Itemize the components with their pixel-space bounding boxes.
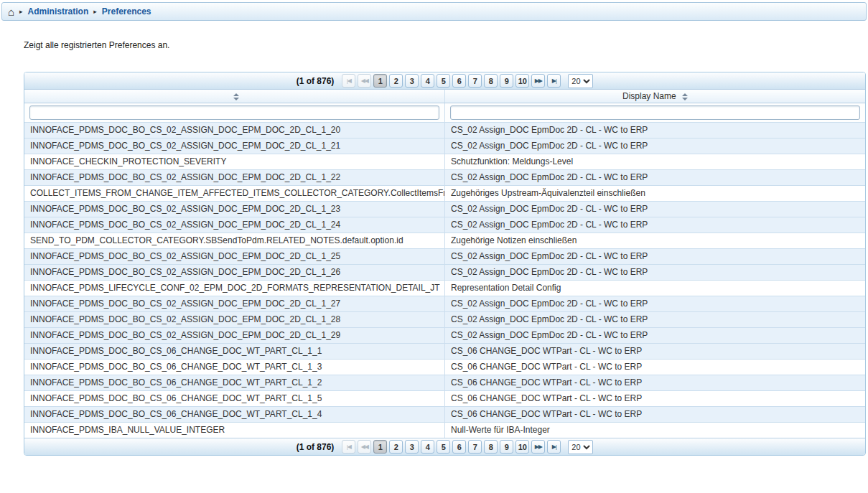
page-button-7[interactable]: 7 (468, 74, 482, 88)
paginator-status: (1 of 876) (297, 76, 335, 86)
filter-row (24, 103, 865, 122)
pref-display-name-cell: CS_02 Assign_DOC EpmDoc 2D - CL - WC to … (445, 296, 866, 311)
table-row[interactable]: INNOFACE_PDMS_DOC_BO_CS_06_CHANGE_DOC_WT… (24, 390, 865, 406)
next-page-button[interactable]: ▶▶ (531, 440, 545, 454)
table-row[interactable]: INNOFACE_PDMS_DOC_BO_CS_02_ASSIGN_DOC_EP… (24, 248, 865, 264)
pref-display-name-cell: CS_02 Assign_DOC EpmDoc 2D - CL - WC to … (445, 122, 866, 138)
paginator-status: (1 of 876) (297, 442, 335, 452)
pref-display-name-cell: CS_06 CHANGE_DOC WTPart - CL - WC to ERP (445, 375, 866, 390)
pref-display-name-cell: Representation Detail Config (445, 280, 866, 296)
table-row[interactable]: INNOFACE_PDMS_DOC_BO_CS_02_ASSIGN_DOC_EP… (24, 217, 865, 233)
table-row[interactable]: INNOFACE_PDMS_DOC_BO_CS_06_CHANGE_DOC_WT… (24, 359, 865, 375)
column-header-name[interactable] (24, 90, 445, 103)
last-page-button[interactable]: ▶| (547, 440, 561, 454)
page-button-10[interactable]: 10 (515, 440, 529, 454)
table-row[interactable]: INNOFACE_PDMS_DOC_BO_CS_02_ASSIGN_DOC_EP… (24, 122, 865, 138)
pref-name-cell: INNOFACE_PDMS_DOC_BO_CS_02_ASSIGN_DOC_EP… (24, 122, 445, 138)
page-description: Zeigt alle registrierten Preferences an. (24, 40, 868, 50)
breadcrumb-item-preferences[interactable]: Preferences (102, 6, 151, 17)
previous-page-button[interactable]: ◀◀ (358, 440, 371, 454)
page-button-2[interactable]: 2 (389, 74, 403, 88)
page-button-3[interactable]: 3 (405, 74, 419, 88)
page-button-2[interactable]: 2 (389, 440, 403, 454)
breadcrumb-separator-icon: ▸ (19, 9, 23, 15)
pref-name-cell: INNOFACE_PDMS_DOC_BO_CS_06_CHANGE_DOC_WT… (24, 390, 445, 406)
pref-display-name-cell: CS_06 CHANGE_DOC WTPart - CL - WC to ERP (445, 343, 866, 359)
pref-name-cell: INNOFACE_PDMS_DOC_BO_CS_02_ASSIGN_DOC_EP… (24, 217, 445, 233)
first-page-button[interactable]: |◀ (342, 440, 355, 454)
pref-name-cell: INNOFACE_PDMS_DOC_BO_CS_06_CHANGE_DOC_WT… (24, 343, 445, 359)
pref-display-name-cell: CS_02 Assign_DOC EpmDoc 2D - CL - WC to … (445, 138, 866, 154)
pref-display-name-cell: CS_02 Assign_DOC EpmDoc 2D - CL - WC to … (445, 201, 866, 217)
table-row[interactable]: INNOFACE_PDMS_DOC_BO_CS_02_ASSIGN_DOC_EP… (24, 138, 865, 154)
pref-display-name-cell: CS_02 Assign_DOC EpmDoc 2D - CL - WC to … (445, 264, 866, 280)
rows-per-page-select[interactable]: 20 (568, 440, 593, 454)
table-row[interactable]: INNOFACE_PDMS_LIFECYCLE_CONF_02_EPM_DOC_… (24, 280, 865, 296)
pref-name-cell: INNOFACE_PDMS_DOC_BO_CS_02_ASSIGN_DOC_EP… (24, 327, 445, 343)
pref-display-name-cell: CS_02 Assign_DOC EpmDoc 2D - CL - WC to … (445, 217, 866, 233)
pref-name-cell: INNOFACE_PDMS_DOC_BO_CS_02_ASSIGN_DOC_EP… (24, 296, 445, 311)
page-button-4[interactable]: 4 (421, 440, 434, 454)
home-icon[interactable]: ⌂ (8, 6, 14, 17)
page-button-9[interactable]: 9 (500, 74, 513, 88)
table-row[interactable]: INNOFACE_PDMS_DOC_BO_CS_06_CHANGE_DOC_WT… (24, 375, 865, 390)
table-row[interactable]: INNOFACE_PDMS_DOC_BO_CS_06_CHANGE_DOC_WT… (24, 343, 865, 359)
breadcrumb-separator-icon: ▸ (93, 9, 97, 15)
page-button-8[interactable]: 8 (484, 440, 498, 454)
pref-display-name-cell: CS_06 CHANGE_DOC WTPart - CL - WC to ERP (445, 390, 866, 406)
pref-name-cell: INNOFACE_PDMS_IBA_NULL_VALUE_INTEGER (24, 422, 445, 438)
page-button-9[interactable]: 9 (500, 440, 513, 454)
table-row[interactable]: INNOFACE_PDMS_DOC_BO_CS_02_ASSIGN_DOC_EP… (24, 311, 865, 327)
table-row[interactable]: INNOFACE_PDMS_IBA_NULL_VALUE_INTEGERNull… (24, 422, 865, 438)
sort-icon (233, 93, 239, 100)
pref-name-cell: INNOFACE_PDMS_DOC_BO_CS_02_ASSIGN_DOC_EP… (24, 201, 445, 217)
table-row[interactable]: INNOFACE_PDMS_DOC_BO_CS_06_CHANGE_DOC_WT… (24, 406, 865, 422)
pref-name-cell: SEND_TO_PDM_COLLECTOR_CATEGORY.SBSendToP… (24, 233, 445, 248)
page-button-6[interactable]: 6 (452, 440, 466, 454)
page-button-6[interactable]: 6 (452, 74, 466, 88)
pref-name-cell: INNOFACE_PDMS_DOC_BO_CS_02_ASSIGN_DOC_EP… (24, 169, 445, 185)
pref-name-cell: INNOFACE_CHECKIN_PROTECTION_SEVERITY (24, 154, 445, 169)
preferences-table: (1 of 876)|◀◀◀12345678910▶▶▶|20 Display … (24, 72, 866, 456)
table-row[interactable]: INNOFACE_PDMS_DOC_BO_CS_02_ASSIGN_DOC_EP… (24, 201, 865, 217)
page-button-10[interactable]: 10 (515, 74, 529, 88)
table-row[interactable]: COLLECT_ITEMS_FROM_CHANGE_ITEM_AFFECTED_… (24, 185, 865, 201)
previous-page-button[interactable]: ◀◀ (358, 74, 371, 88)
page-button-8[interactable]: 8 (484, 74, 498, 88)
table-row[interactable]: INNOFACE_PDMS_DOC_BO_CS_02_ASSIGN_DOC_EP… (24, 169, 865, 185)
pref-display-name-cell: CS_02 Assign_DOC EpmDoc 2D - CL - WC to … (445, 327, 866, 343)
pref-display-name-cell: Zugehörige Notizen einschließen (445, 233, 866, 248)
name-filter-input[interactable] (29, 105, 439, 120)
header-row: Display Name (24, 90, 865, 103)
table-row[interactable]: INNOFACE_PDMS_DOC_BO_CS_02_ASSIGN_DOC_EP… (24, 296, 865, 311)
table-row[interactable]: INNOFACE_CHECKIN_PROTECTION_SEVERITYSchu… (24, 154, 865, 169)
display-name-filter-cell (445, 103, 866, 122)
first-page-button[interactable]: |◀ (342, 74, 355, 88)
page-button-7[interactable]: 7 (468, 440, 482, 454)
breadcrumb: ⌂ ▸ Administration ▸ Preferences (1, 2, 867, 21)
last-page-button[interactable]: ▶| (547, 74, 561, 88)
pref-name-cell: INNOFACE_PDMS_DOC_BO_CS_02_ASSIGN_DOC_EP… (24, 248, 445, 264)
rows-per-page-select[interactable]: 20 (568, 74, 593, 88)
pref-name-cell: INNOFACE_PDMS_DOC_BO_CS_06_CHANGE_DOC_WT… (24, 406, 445, 422)
table-row[interactable]: INNOFACE_PDMS_DOC_BO_CS_02_ASSIGN_DOC_EP… (24, 264, 865, 280)
pref-display-name-cell: Zugehöriges Upstream-Äquivalenzteil eins… (445, 185, 866, 201)
display-name-filter-input[interactable] (450, 105, 860, 120)
breadcrumb-item-administration[interactable]: Administration (28, 6, 89, 17)
page-button-5[interactable]: 5 (437, 440, 450, 454)
pref-display-name-cell: Null-Werte für IBA-Integer (445, 422, 866, 438)
page-button-1[interactable]: 1 (373, 74, 387, 88)
pref-name-cell: INNOFACE_PDMS_DOC_BO_CS_02_ASSIGN_DOC_EP… (24, 264, 445, 280)
page-button-3[interactable]: 3 (405, 440, 419, 454)
next-page-button[interactable]: ▶▶ (531, 74, 545, 88)
table-row[interactable]: INNOFACE_PDMS_DOC_BO_CS_02_ASSIGN_DOC_EP… (24, 327, 865, 343)
pref-name-cell: COLLECT_ITEMS_FROM_CHANGE_ITEM_AFFECTED_… (24, 185, 445, 201)
table-row[interactable]: SEND_TO_PDM_COLLECTOR_CATEGORY.SBSendToP… (24, 233, 865, 248)
preferences-grid: Display Name INNOFACE_PDMS_DOC_BO_CS_02_… (24, 90, 865, 438)
pref-display-name-cell: CS_06 CHANGE_DOC WTPart - CL - WC to ERP (445, 406, 866, 422)
page-button-1[interactable]: 1 (373, 440, 387, 454)
page-button-5[interactable]: 5 (437, 74, 450, 88)
pref-name-cell: INNOFACE_PDMS_DOC_BO_CS_06_CHANGE_DOC_WT… (24, 375, 445, 390)
column-header-display-name[interactable]: Display Name (445, 90, 866, 103)
page-button-4[interactable]: 4 (421, 74, 434, 88)
